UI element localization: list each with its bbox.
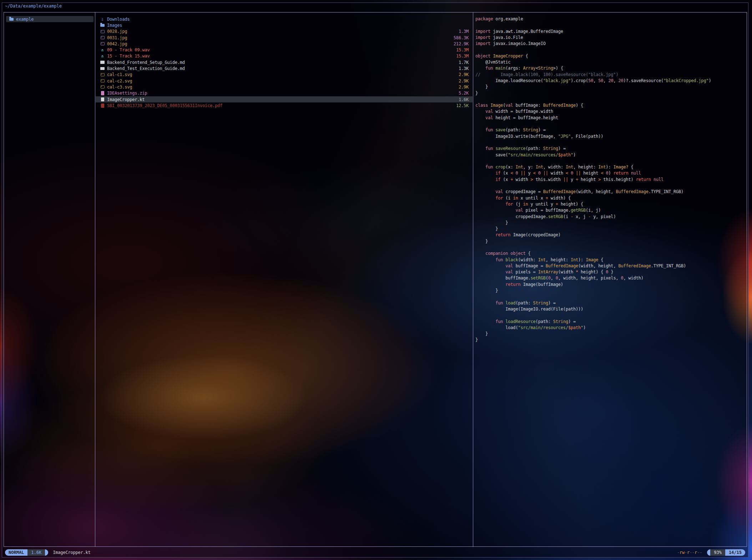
code-line: fun black(width: Int, height: Int): Imag… (475, 257, 747, 263)
file-row[interactable]: IDEAsettings.zip5.2K (96, 90, 473, 96)
code-line: fun main(args: Array<String>) { (475, 65, 747, 71)
code-line: } (475, 288, 747, 294)
code-line: for (i in x until x + width) { (475, 195, 747, 201)
file-name: cal-c3.svg (107, 85, 456, 90)
file-name: Backend_Frontend_Setup_Guide.md (107, 60, 456, 65)
file-name: example (16, 17, 91, 22)
file-size: 1.6K (459, 97, 469, 102)
file-permissions: -rw-r--r-- (677, 550, 702, 555)
code-line (475, 47, 747, 53)
file-row[interactable]: ⇩Downloads (96, 16, 473, 22)
current-path: ~/Data/example/example (5, 4, 62, 9)
file-row[interactable]: 0031.jpg586.3K (96, 35, 473, 41)
file-size: 212.9K (454, 41, 469, 46)
status-filename: ImageCropper.kt (53, 550, 90, 555)
file-name: Backend_Test_Execution_Guide.md (107, 66, 456, 71)
code-line: import java.awt.image.BufferedImage (475, 29, 747, 35)
file-name: 09 - Track 09.wav (107, 47, 453, 52)
mode-badge: NORMAL (5, 549, 27, 556)
code-line: @JvmStatic (475, 59, 747, 65)
file-row[interactable]: 0028.jpg1.3M (96, 29, 473, 35)
code-line: Image(ImageIO.read(File(path))) (475, 306, 747, 312)
code-line: } (475, 90, 747, 96)
file-size-badge: 1.6K (27, 549, 45, 556)
code-line: buffImage.setRGB(0, 0, width, height, pi… (475, 275, 747, 281)
code-line: val height = buffImage.height (475, 115, 747, 121)
file-row[interactable]: cal-c2.svg2.9K (96, 78, 473, 84)
code-line: } (475, 220, 747, 226)
status-left: NORMAL 1.6K ImageCropper.kt (5, 549, 91, 556)
file-name: Downloads (107, 17, 469, 22)
file-size: 2.9K (459, 85, 469, 90)
md-icon (100, 66, 105, 71)
code-line: if (x < 0 || y < 0 || width < 0 || heigh… (475, 170, 747, 176)
code-line: load("src/main/resources/$path") (475, 325, 747, 331)
download-icon: ⇩ (100, 17, 105, 22)
folder-icon (9, 17, 14, 22)
code-line: } (475, 238, 747, 244)
code-line: } (475, 84, 747, 90)
code-line (475, 140, 747, 146)
file-row[interactable]: Backend_Frontend_Setup_Guide.md1.7K (96, 59, 473, 65)
file-row[interactable]: Backend_Test_Execution_Guide.md1.3K (96, 65, 473, 71)
code-line: save("src/main/resources/$path") (475, 152, 747, 158)
desktop: { "title_bar": { "path": "~/Data/example… (0, 0, 752, 560)
code-line: return Image(buffImage) (475, 282, 747, 288)
file-icon (100, 97, 105, 102)
folder-icon (100, 23, 105, 28)
code-line: fun loadResource(path: String) = (475, 319, 747, 325)
file-name: Images (107, 23, 469, 28)
code-line: val buffImage = BufferedImage(width, hei… (475, 263, 747, 269)
code-line: val pixels = IntArray(width * height) { … (475, 269, 747, 275)
code-line: object ImageCropper { (475, 53, 747, 59)
file-row[interactable]: SBI_0032013739_2023_DE05_0003155631Invoi… (96, 102, 473, 109)
file-size: 586.3K (454, 35, 469, 40)
code-line: if (x + width > this.width || y + height… (475, 177, 747, 183)
code-line: package org.example (475, 16, 747, 22)
code-line: // Image.black(100, 100).saveResource("b… (475, 72, 747, 78)
cursor-position: 14/15 (725, 549, 745, 556)
file-size: 1.3M (459, 29, 469, 34)
file-size: 1.3K (459, 66, 469, 71)
file-size: 2.9K (459, 72, 469, 77)
status-right: -rw-r--r-- 93% 14/15 (677, 549, 745, 556)
code-line (475, 183, 747, 189)
code-line (475, 121, 747, 127)
file-name: 0042.jpg (107, 41, 451, 46)
code-line (475, 96, 747, 102)
code-line (475, 158, 747, 164)
code-line: ImageIO.write(buffImage, "JPG", File(pat… (475, 133, 747, 140)
file-name: cal-c1.svg (107, 72, 456, 77)
status-bar: NORMAL 1.6K ImageCropper.kt -rw-r--r-- 9… (5, 549, 745, 556)
file-size: 5.2K (459, 91, 469, 96)
code-line (475, 22, 747, 28)
preview-pane[interactable]: package org.example import java.awt.imag… (473, 12, 747, 546)
file-row[interactable]: cal-c1.svg2.9K (96, 72, 473, 78)
code-line: fun load(path: String) = (475, 300, 747, 306)
yazi-panes: example ⇩DownloadsImages0028.jpg1.3M0031… (4, 12, 747, 547)
file-name: ImageCropper.kt (107, 97, 456, 102)
code-line: import javax.imageio.ImageIO (475, 41, 747, 47)
file-icon (100, 91, 105, 96)
file-row[interactable]: Images (96, 22, 473, 28)
image-icon (100, 85, 105, 90)
image-icon (100, 72, 105, 77)
file-name: 15 - Track 15.wav (107, 54, 453, 59)
file-name: 0028.jpg (107, 29, 456, 34)
code-line (475, 312, 747, 318)
file-row[interactable]: 0042.jpg212.9K (96, 41, 473, 47)
file-row[interactable]: ∩09 - Track 09.wav15.3M (96, 47, 473, 53)
file-row[interactable]: example (6, 16, 94, 22)
file-row[interactable]: cal-c3.svg2.9K (96, 84, 473, 90)
code-line: companion object { (475, 251, 747, 257)
code-line: val croppedImage = BufferedImage(width, … (475, 189, 747, 195)
image-icon (100, 35, 105, 40)
code-line: } (475, 331, 747, 337)
code-line: for (j in y until y + height) { (475, 201, 747, 207)
parent-directory-pane: example (4, 12, 95, 546)
file-row[interactable]: ImageCropper.kt1.6K (96, 96, 473, 102)
file-name: IDEAsettings.zip (107, 91, 456, 96)
file-row[interactable]: ∩15 - Track 15.wav15.3M (96, 53, 473, 59)
code-line (475, 294, 747, 300)
code-line: fun save(path: String) = (475, 127, 747, 133)
